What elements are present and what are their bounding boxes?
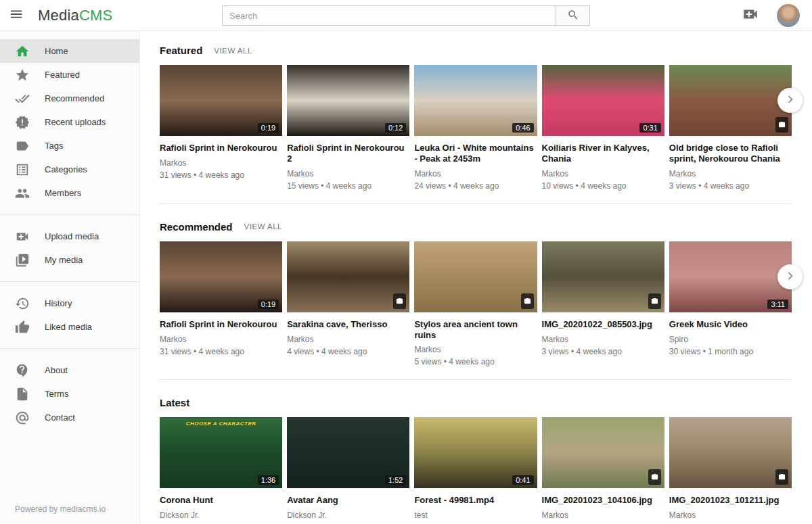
media-title[interactable]: Koiliaris River in Kalyves, Chania [542,143,664,164]
user-avatar[interactable] [777,4,800,27]
sidebar-item-terms[interactable]: Terms [0,382,139,406]
media-card[interactable]: 0:46Leuka Ori - White mountains - Peak a… [414,65,537,191]
media-title[interactable]: Avatar Aang [287,495,409,506]
camera-icon [651,471,658,483]
media-thumbnail[interactable]: 0:12 [287,65,409,136]
media-author[interactable]: Markos [542,169,664,178]
media-title[interactable]: Leuka Ori - White mountains - Peak at 24… [414,143,537,164]
sidebar-item-tags[interactable]: Tags [0,134,139,158]
media-thumbnail[interactable]: 0:19 [160,241,282,312]
media-card[interactable]: IMG_20201023_101211.jpgMarkos4 views • 4… [669,417,792,524]
video-call-icon [742,5,759,25]
media-thumbnail[interactable]: 1:52 [287,417,409,488]
camera-icon [778,471,786,483]
media-card[interactable]: Sarakina cave, TherissoMarkos4 views • 4… [287,241,409,367]
media-thumbnail[interactable] [669,65,792,136]
media-thumbnail[interactable] [669,417,792,488]
video-library-icon [15,253,30,268]
media-author[interactable]: Markos [414,345,537,354]
media-meta: 15 views • 4 weeks ago [287,181,409,191]
sidebar-item-recent-uploads[interactable]: Recent uploads [0,110,139,134]
media-card[interactable]: Stylos area ancient town ruinsMarkos5 vi… [414,241,537,367]
media-author[interactable]: Spiro [669,335,792,344]
sidebar-item-history[interactable]: History [0,291,139,315]
media-author[interactable]: Markos [542,510,664,520]
media-title[interactable]: Stylos area ancient town ruins [414,319,537,341]
media-author[interactable]: Markos [160,158,282,168]
media-author[interactable]: Markos [414,169,537,178]
media-card[interactable]: 0:19Rafioli Sprint in NerokourouMarkos31… [160,65,282,191]
hamburger-menu-button[interactable] [0,0,32,31]
media-card[interactable]: 0:31Koiliaris River in Kalyves, ChaniaMa… [542,65,664,191]
sidebar-item-home[interactable]: Home [0,39,139,63]
media-thumbnail[interactable]: 0:46 [414,65,537,136]
at-icon [15,410,30,425]
logo-prefix: Media [38,7,79,24]
duration-badge: 3:11 [767,300,788,309]
media-thumbnail[interactable] [287,241,409,312]
media-author[interactable]: Markos [542,335,664,344]
media-card[interactable]: 0:19Rafioli Sprint in NerokourouMarkos31… [160,241,282,367]
home-icon [15,44,30,59]
media-author[interactable]: Dickson Jr. [160,510,282,520]
sidebar-item-recommended[interactable]: Recommended [0,87,139,110]
scroll-next-button[interactable] [777,88,803,113]
media-title[interactable]: IMG_20201022_085503.jpg [542,319,664,330]
mediacms-logo[interactable]: MediaCMS [38,7,112,24]
media-card[interactable]: CHOOSE A CHARACTER1:36Corona HuntDickson… [160,417,282,524]
media-card[interactable]: Old bridge close to Rafioli sprint, Nero… [669,65,792,191]
media-thumbnail[interactable] [542,417,664,488]
media-title[interactable]: IMG_20201023_101211.jpg [669,495,792,506]
sidebar-item-categories[interactable]: Categories [0,158,139,181]
media-card[interactable]: IMG_20201023_104106.jpgMarkos4 views • 4… [542,417,664,524]
media-author[interactable]: Markos [669,510,792,520]
media-title[interactable]: Greek Music Video [669,319,792,330]
media-card[interactable]: IMG_20201022_085503.jpgMarkos3 views • 4… [542,241,664,367]
media-thumbnail[interactable]: 0:41 [414,417,537,488]
sidebar-item-about[interactable]: About [0,358,139,382]
media-author[interactable]: Markos [160,335,282,344]
media-author[interactable]: test [414,510,537,520]
sidebar-item-contact[interactable]: Contact [0,406,139,429]
media-title[interactable]: IMG_20201023_104106.jpg [542,495,664,506]
media-author[interactable]: Markos [287,169,409,178]
media-title[interactable]: Old bridge close to Rafioli sprint, Nero… [669,143,792,164]
media-title[interactable]: Corona Hunt [160,495,282,506]
view-all-link[interactable]: VIEW ALL [214,47,252,55]
media-card[interactable]: 3:11Greek Music VideoSpiro30 views • 1 m… [669,241,792,367]
search-input[interactable] [222,5,556,26]
image-type-badge [775,469,788,485]
media-thumbnail[interactable]: 0:31 [542,65,664,136]
media-thumbnail[interactable]: 3:11 [669,241,792,312]
media-card[interactable]: 0:41Forest - 49981.mp4test17 views • 3 w… [414,417,537,524]
media-thumbnail[interactable]: 0:19 [160,65,282,136]
media-title[interactable]: Forest - 49981.mp4 [414,495,537,506]
sidebar-item-liked-media[interactable]: Liked media [0,315,139,339]
media-title[interactable]: Rafioli Sprint in Nerokourou [160,319,282,330]
media-title[interactable]: Rafioli Sprint in Nerokourou 2 [287,143,409,164]
media-card[interactable]: 1:52Avatar AangDickson Jr.12 views • 1 w… [287,417,409,524]
scroll-next-button[interactable] [777,264,803,289]
sidebar-item-members[interactable]: Members [0,181,139,205]
media-thumbnail[interactable] [414,241,537,312]
media-author[interactable]: Dickson Jr. [287,510,409,520]
upload-media-button[interactable] [742,5,759,25]
powered-by-link[interactable]: Powered by mediacms.io [0,495,139,524]
duration-badge: 0:31 [639,123,660,133]
people-icon [15,186,30,201]
sidebar-item-upload-media[interactable]: Upload media [0,224,139,248]
search-button[interactable] [556,5,590,26]
media-thumbnail[interactable]: CHOOSE A CHARACTER1:36 [160,417,282,488]
media-author[interactable]: Markos [669,169,792,178]
media-author[interactable]: Markos [287,335,409,344]
camera-icon [524,295,531,308]
view-all-link[interactable]: VIEW ALL [244,222,282,231]
sidebar-item-my-media[interactable]: My media [0,248,139,272]
sidebar-item-featured[interactable]: Featured [0,63,139,87]
media-card[interactable]: 0:12Rafioli Sprint in Nerokourou 2Markos… [287,65,409,191]
media-thumbnail[interactable] [542,241,664,312]
camera-icon [651,295,658,308]
sidebar-divider [0,281,139,282]
media-title[interactable]: Rafioli Sprint in Nerokourou [160,143,282,153]
media-title[interactable]: Sarakina cave, Therisso [287,319,409,330]
